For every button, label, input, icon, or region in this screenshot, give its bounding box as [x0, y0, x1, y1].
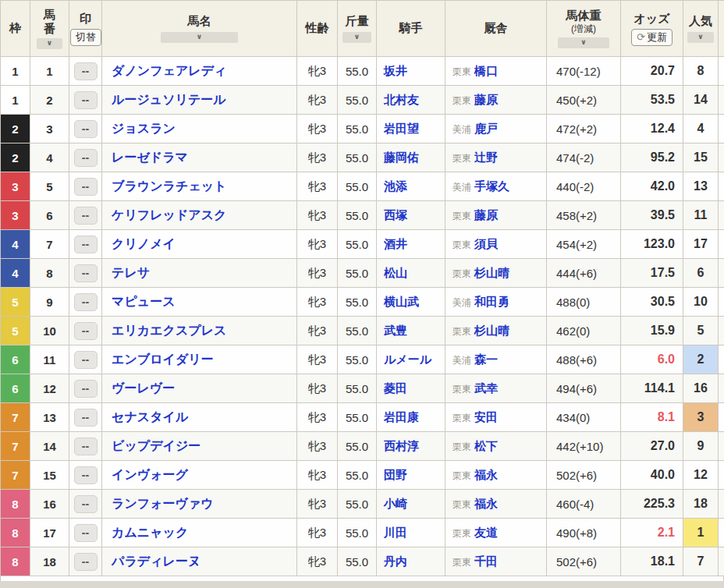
stable-link[interactable]: 安田	[474, 410, 498, 423]
stable-link[interactable]: 福永	[474, 468, 498, 481]
stable-link[interactable]: 須貝	[474, 237, 498, 250]
mark-select-button[interactable]: --	[74, 120, 98, 138]
table-row: 48--テレサ牝355.0松山栗東杉山晴444(+6)17.56	[1, 259, 724, 288]
odds-cell: 17.5	[621, 259, 683, 288]
col-header-stable: 厩舎	[445, 1, 547, 57]
horse-name-link[interactable]: ブラウンラチェット	[112, 179, 226, 193]
horse-name-link[interactable]: ルージュソリテール	[112, 93, 226, 106]
jockey-link[interactable]: 酒井	[384, 237, 407, 250]
table-row: 612--ヴーレヴー牝355.0菱田栗東武幸494(+6)114.116	[1, 374, 724, 403]
stable-link[interactable]: 和田勇	[474, 295, 509, 308]
jockey-link[interactable]: 丹内	[384, 554, 407, 568]
jockey-link[interactable]: 西塚	[384, 208, 407, 221]
horse-name-link[interactable]: マピュース	[112, 295, 176, 308]
jockey-link[interactable]: 武豊	[384, 324, 407, 337]
horse-name-link[interactable]: レーゼドラマ	[112, 151, 188, 164]
bodyweight-cell: 474(-2)	[547, 143, 621, 172]
sort-name-button[interactable]: ∨	[161, 32, 238, 43]
jockey-link[interactable]: ルメール	[384, 352, 431, 366]
region-label: 栗東	[452, 239, 471, 250]
jockey-link[interactable]: 西村淳	[384, 439, 419, 452]
horse-number-cell: 1	[30, 57, 69, 86]
sexage-cell: 牝3	[297, 345, 338, 374]
horse-name-link[interactable]: ジョスラン	[112, 122, 176, 135]
mark-select-button[interactable]: --	[74, 322, 98, 340]
sexage-cell: 牝3	[297, 201, 338, 230]
jockey-link[interactable]: 菱田	[384, 381, 407, 395]
stable-link[interactable]: 千田	[474, 554, 498, 568]
weight-cell: 55.0	[338, 259, 377, 288]
sort-number-button[interactable]: ∨	[37, 38, 63, 49]
popularity-cell: 10	[683, 288, 719, 317]
horse-name-link[interactable]: セナスタイル	[112, 410, 188, 423]
stable-link[interactable]: 森一	[474, 352, 498, 366]
horse-name-link[interactable]: ビップデイジー	[112, 439, 201, 452]
mark-select-button[interactable]: --	[74, 149, 98, 167]
mark-select-button[interactable]: --	[74, 91, 98, 109]
sort-popularity-button[interactable]: ∨	[687, 32, 714, 43]
stable-link[interactable]: 杉山晴	[474, 324, 509, 337]
stable-link[interactable]: 杉山晴	[474, 266, 509, 279]
horse-name-link[interactable]: ケリフレッドアスク	[112, 208, 226, 221]
horse-name-link[interactable]: ヴーレヴー	[112, 381, 175, 395]
mark-select-button[interactable]: --	[74, 437, 98, 455]
frame-cell: 1	[1, 86, 30, 115]
bodyweight-cell: 454(+2)	[547, 230, 621, 259]
jockey-link[interactable]: 藤岡佑	[384, 151, 419, 164]
mark-select-button[interactable]: --	[74, 553, 98, 571]
jockey-link[interactable]: 岩田望	[384, 122, 419, 135]
stable-link[interactable]: 友道	[474, 526, 498, 539]
mark-select-button[interactable]: --	[74, 524, 98, 542]
popularity-cell: 18	[683, 490, 719, 519]
mark-select-button[interactable]: --	[74, 351, 98, 369]
horse-name-link[interactable]: エンブロイダリー	[112, 352, 214, 366]
number-header-label: 馬番	[43, 8, 56, 35]
stable-link[interactable]: 福永	[474, 497, 498, 510]
odds-cell: 6.0	[621, 345, 683, 374]
mark-select-button[interactable]: --	[74, 466, 98, 484]
stable-link[interactable]: 松下	[474, 439, 498, 452]
mark-select-button[interactable]: --	[74, 178, 98, 196]
jockey-link[interactable]: 松山	[384, 266, 407, 279]
clipped-cell	[719, 288, 724, 317]
mark-cell: --	[69, 172, 102, 201]
horse-name-link[interactable]: インヴォーグ	[112, 468, 188, 481]
sort-bodyweight-button[interactable]: ∨	[558, 37, 609, 48]
mark-select-button[interactable]: --	[74, 293, 98, 311]
stable-link[interactable]: 橋口	[474, 64, 498, 77]
horse-name-link[interactable]: ダノンフェアレディ	[112, 64, 226, 77]
stable-link[interactable]: 辻野	[474, 151, 498, 164]
horse-name-link[interactable]: カムニャック	[112, 526, 188, 539]
jockey-link[interactable]: 北村友	[384, 93, 419, 106]
jockey-link[interactable]: 坂井	[384, 64, 407, 77]
jockey-link[interactable]: 池添	[384, 179, 407, 193]
stable-link[interactable]: 鹿戸	[474, 122, 498, 135]
stable-link[interactable]: 武幸	[474, 381, 498, 395]
mark-select-button[interactable]: --	[74, 495, 98, 513]
jockey-link[interactable]: 岩田康	[384, 410, 419, 423]
mark-toggle-button[interactable]: 切替	[70, 29, 101, 46]
sort-weight-button[interactable]: ∨	[342, 32, 372, 43]
horse-name-link[interactable]: クリノメイ	[112, 237, 176, 250]
odds-refresh-button[interactable]: ⟳更新	[631, 29, 673, 46]
mark-select-button[interactable]: --	[74, 207, 98, 225]
clipped-cell	[719, 547, 724, 576]
jockey-link[interactable]: 横山武	[384, 295, 419, 308]
mark-select-button[interactable]: --	[74, 380, 98, 398]
stable-link[interactable]: 藤原	[474, 93, 498, 106]
jockey-link[interactable]: 川田	[384, 526, 407, 539]
col-header-sexage: 性齢	[297, 1, 338, 57]
mark-select-button[interactable]: --	[74, 62, 98, 80]
horse-name-link[interactable]: パラディレーヌ	[112, 554, 201, 568]
horse-name-link[interactable]: テレサ	[112, 266, 150, 279]
mark-select-button[interactable]: --	[74, 409, 98, 427]
mark-select-button[interactable]: --	[74, 236, 98, 253]
col-header-bodyweight: 馬体重 (増減) ∨	[547, 1, 621, 57]
stable-link[interactable]: 藤原	[474, 208, 498, 221]
jockey-link[interactable]: 団野	[384, 468, 407, 481]
horse-name-link[interactable]: ランフォーヴァウ	[112, 497, 214, 510]
jockey-link[interactable]: 小崎	[384, 497, 407, 510]
stable-link[interactable]: 手塚久	[474, 179, 509, 193]
horse-name-link[interactable]: エリカエクスプレス	[112, 324, 226, 337]
mark-select-button[interactable]: --	[74, 264, 98, 282]
